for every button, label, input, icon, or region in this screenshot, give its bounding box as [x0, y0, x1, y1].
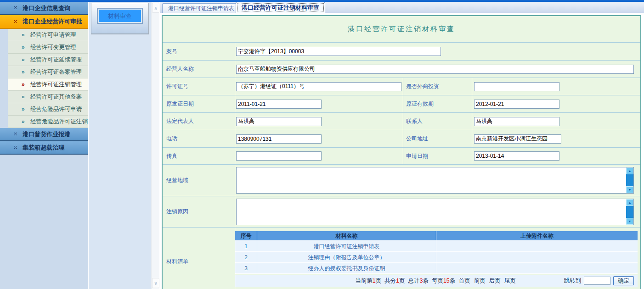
issue-date-input[interactable] [236, 100, 322, 109]
textarea-scrollbar[interactable]: ▲ ▼ [626, 167, 633, 193]
menu-dots-icon: ⁙ [13, 132, 17, 137]
sidebar-subitem-label: 经营许可变更管理 [30, 44, 76, 51]
scroll-down-button[interactable]: ▼ [626, 186, 633, 193]
chevron-down-icon: ∨ [154, 281, 158, 286]
sidebar-menu: ⁙ 港口企业信息查询 ⁙ 港口企业经营许可审批 » 经营许可申请管理 » 经营许… [0, 2, 88, 289]
phone-label: 电话 [163, 130, 235, 147]
cell-attachment [436, 263, 638, 273]
chevron-up-icon: ∧ [154, 6, 158, 11]
vertical-scrollbar[interactable]: ∧ ∨ [151, 2, 159, 289]
sidebar-subitem-label: 经营许可证延续管理 [30, 56, 82, 64]
sidebar-subitem-label: 经营许可申请管理 [30, 31, 76, 39]
cell-attachment [436, 252, 638, 262]
prev-page-link[interactable]: 前页 [474, 277, 486, 285]
arrow-icon: » [22, 44, 25, 50]
sidebar-subitem-license-other-record[interactable]: » 经营许可证其他备案 [8, 91, 88, 103]
tab-bar: 港口经营许可证注销申请表 港口经营许可证注销材料审查 [160, 2, 644, 14]
menu-dots-icon: ⁙ [13, 145, 17, 150]
scroll-down-button[interactable]: ▼ [626, 218, 633, 225]
sidebar-subitem-label: 经营危险品许可申请 [30, 106, 82, 113]
total-records-number: 3 [420, 278, 423, 284]
sidebar-subitem-label: 经营许可证备案管理 [30, 68, 82, 76]
scroll-up-button[interactable]: ∧ [152, 3, 159, 13]
tab-cancellation-material-review[interactable]: 港口经营许可证注销材料审查 [236, 2, 325, 13]
cancel-reason-label: 注销原因 [163, 196, 235, 227]
foreign-investment-input[interactable] [474, 82, 559, 91]
company-address-label: 公司地址 [403, 130, 472, 147]
license-no-input[interactable] [236, 82, 401, 91]
page-jump-input[interactable] [584, 277, 610, 285]
pagination-bar: 当前第1页 共分1页 总计3条 每页15条 首页 前页 后页 尾页 跳转到 确定 [235, 275, 638, 287]
sidebar-subitem-dangerous-goods-application[interactable]: » 经营危险品许可申请 [8, 103, 88, 116]
case-no-input[interactable] [236, 47, 441, 56]
sidebar-subitem-label: 经营许可证其他备案 [30, 93, 82, 101]
first-page-link[interactable]: 首页 [459, 277, 470, 285]
sidebar-submenu: » 经营许可申请管理 » 经营许可变更管理 » 经营许可证延续管理 » 经营许可… [8, 29, 88, 128]
contact-person-label: 联系人 [403, 113, 472, 130]
main-content: 港口经营许可证注销申请表 港口经营许可证注销材料审查 港口经营许可证注销材料审查… [160, 2, 644, 289]
scroll-track[interactable] [626, 206, 633, 218]
scroll-up-button[interactable]: ▲ [626, 167, 633, 174]
pagination-text: 页 共分 [376, 277, 396, 285]
license-no-label: 许可证号 [163, 78, 235, 95]
confirm-button[interactable]: 确定 [613, 276, 634, 285]
scroll-down-button[interactable]: ∨ [152, 278, 159, 288]
arrow-icon: » [22, 94, 25, 100]
sidebar-subitem-license-record[interactable]: » 经营许可证备案管理 [8, 66, 88, 78]
apply-date-input[interactable] [474, 151, 559, 161]
sidebar-item-label: 港口企业信息查询 [23, 4, 70, 12]
textarea-scrollbar[interactable]: ▲ ▼ [626, 199, 633, 225]
company-address-input[interactable] [474, 134, 561, 144]
legal-rep-input[interactable] [236, 117, 322, 126]
sidebar-subitem-license-cancellation[interactable]: » 经营许可证注销管理 [8, 78, 88, 91]
materials-table-header: 序号 材料名称 上传附件名称 [235, 231, 638, 241]
form-title: 港口经营许可证注销材料审查 [163, 16, 640, 43]
table-row[interactable]: 2 注销理由（附报告及单位公章） [235, 252, 638, 263]
pagination-summary: 当前第1页 共分1页 总计3条 每页15条 首页 前页 后页 尾页 [355, 277, 518, 285]
triangle-down-icon: ▼ [628, 188, 632, 191]
sidebar-item-port-enterprise-info-query[interactable]: ⁙ 港口企业信息查询 [0, 2, 88, 15]
tab-cancellation-application-form[interactable]: 港口经营许可证注销申请表 [162, 3, 240, 13]
table-row[interactable]: 3 经办人的授权委托书及身份证明 [235, 263, 638, 274]
table-row[interactable]: 1 港口经营许可证注销申请表 [235, 241, 638, 252]
menu-dots-icon: ⁙ [13, 6, 17, 11]
phone-input[interactable] [236, 134, 322, 144]
contact-person-input[interactable] [474, 117, 559, 126]
jump-to-label: 跳转到 [564, 277, 582, 285]
sidebar-item-port-license-approval[interactable]: ⁙ 港口企业经营许可审批 [0, 15, 88, 29]
fax-label: 传真 [163, 148, 235, 164]
expiry-date-input[interactable] [474, 100, 559, 109]
expiry-date-label: 原证有效期 [403, 95, 472, 112]
last-page-link[interactable]: 尾页 [504, 277, 516, 285]
sidebar-item-container-overload[interactable]: ⁙ 集装箱超载治理 [0, 141, 88, 155]
scroll-up-button[interactable]: ▲ [626, 199, 633, 206]
cell-attachment [436, 241, 638, 251]
material-review-button[interactable]: 材料审查 [98, 9, 142, 23]
pagination-text: 条 [450, 277, 457, 285]
arrow-icon: » [22, 32, 25, 38]
menu-dots-icon: ⁙ [13, 19, 17, 24]
cancel-reason-textarea[interactable]: ▲ ▼ [236, 199, 634, 225]
fax-input[interactable] [236, 151, 322, 161]
action-panel-box: 材料审查 [91, 3, 149, 34]
sidebar-subitem-license-change[interactable]: » 经营许可变更管理 [8, 41, 88, 54]
operator-name-input[interactable] [236, 65, 634, 74]
business-region-label: 经营地域 [163, 165, 235, 196]
action-panel: 材料审查 [89, 2, 151, 289]
triangle-up-icon: ▲ [628, 169, 632, 172]
triangle-up-icon: ▲ [628, 201, 632, 204]
materials-list-label: 材料清单 [163, 228, 235, 289]
sidebar-item-label: 集装箱超载治理 [23, 144, 64, 152]
scroll-track[interactable] [626, 174, 633, 186]
sidebar-subitem-license-renewal[interactable]: » 经营许可证延续管理 [8, 54, 88, 66]
arrow-icon: » [22, 56, 25, 63]
sidebar-subitem-license-application[interactable]: » 经营许可申请管理 [8, 29, 88, 41]
current-page-number: 1 [373, 278, 376, 284]
sidebar-subitem-dangerous-goods-cancellation[interactable]: » 经营危险品许可证注销 [8, 116, 88, 128]
sidebar-item-label: 港口企业经营许可审批 [23, 17, 82, 26]
next-page-link[interactable]: 后页 [489, 277, 501, 285]
case-no-label: 案号 [163, 43, 235, 60]
cell-material-name: 经办人的授权委托书及身份证明 [257, 263, 436, 273]
sidebar-item-general-cargo-report[interactable]: ⁙ 港口普货作业报港 [0, 128, 88, 141]
business-region-textarea[interactable]: ▲ ▼ [236, 167, 634, 194]
